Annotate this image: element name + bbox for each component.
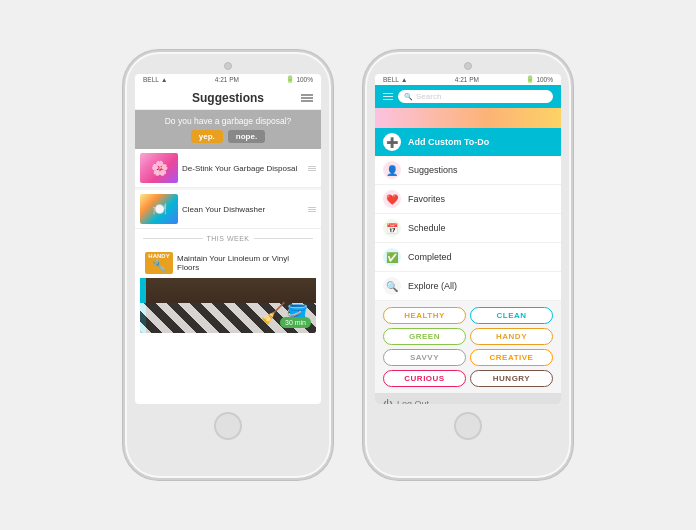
front-camera: [224, 62, 232, 70]
handy-task-top: HANDY 🔧 Maintain Your Linoleum or Vinyl …: [140, 248, 316, 278]
menu-icon-1[interactable]: [301, 94, 313, 102]
menu-item-favorites[interactable]: ❤️ Favorites: [375, 185, 561, 214]
battery-pct-1: 100%: [296, 76, 313, 83]
status-left-1: BELL ▲: [143, 76, 167, 83]
tag-curious[interactable]: CURIOUS: [383, 370, 466, 387]
add-label: Add Custom To-Do: [408, 137, 489, 147]
handy-badge: HANDY 🔧: [145, 252, 173, 274]
tag-hungry[interactable]: HUNGRY: [470, 370, 553, 387]
explore-icon: 🔍: [383, 277, 401, 295]
favorites-icon: ❤️: [383, 190, 401, 208]
divider-right: [254, 238, 314, 239]
search-placeholder: Search: [416, 92, 547, 101]
tags-grid: HEALTHY CLEAN GREEN HANDY SAVVY CREATIVE…: [375, 301, 561, 393]
question-section: Do you have a garbage disposal? yep. nop…: [135, 110, 321, 149]
task-thumb-dishes: 🍽️: [140, 194, 178, 224]
time-label-1: 4:21 PM: [215, 76, 239, 83]
screen1-title: Suggestions: [192, 91, 264, 105]
schedule-label: Schedule: [408, 223, 446, 233]
tag-healthy[interactable]: HEALTHY: [383, 307, 466, 324]
question-buttons: yep. nope.: [143, 130, 313, 143]
tag-clean[interactable]: CLEAN: [470, 307, 553, 324]
status-bar-2: BELL ▲ 4:21 PM 🔋 100%: [375, 74, 561, 85]
wifi-icon-1: ▲: [161, 76, 167, 83]
wifi-icon-2: ▲: [401, 76, 407, 83]
status-right-2: 🔋 100%: [526, 75, 553, 83]
battery-icon-2: 🔋: [526, 75, 534, 83]
question-text: Do you have a garbage disposal?: [143, 116, 313, 126]
battery-icon-1: 🔋: [286, 75, 294, 83]
tag-savvy[interactable]: SAVVY: [383, 349, 466, 366]
front-camera-2: [464, 62, 472, 70]
yep-button[interactable]: yep.: [191, 130, 223, 143]
nope-button[interactable]: nope.: [228, 130, 265, 143]
task-item-dishwasher[interactable]: 🍽️ Clean Your Dishwasher: [135, 190, 321, 229]
search-icon: 🔍: [404, 93, 413, 101]
carrier-label-2: BELL: [383, 76, 399, 83]
menu-item-completed[interactable]: ✅ Completed: [375, 243, 561, 272]
drag-handle-1: [308, 166, 316, 171]
task-label-garbage: De-Stink Your Garbage Disposal: [182, 164, 304, 173]
menu-item-suggestions[interactable]: 👤 Suggestions: [375, 156, 561, 185]
handy-task[interactable]: HANDY 🔧 Maintain Your Linoleum or Vinyl …: [140, 248, 316, 333]
home-button-1[interactable]: [214, 412, 242, 440]
explore-label: Explore (All): [408, 281, 457, 291]
this-week-divider: THIS WEEK: [135, 231, 321, 246]
phone-1-screen: BELL ▲ 4:21 PM 🔋 100% Suggestions Do you…: [135, 74, 321, 404]
tag-handy[interactable]: HANDY: [470, 328, 553, 345]
tag-green[interactable]: GREEN: [383, 328, 466, 345]
suggestions-label: Suggestions: [408, 165, 458, 175]
screen1-header: Suggestions: [135, 85, 321, 110]
task-label-dishwasher: Clean Your Dishwasher: [182, 205, 304, 214]
status-right-1: 🔋 100%: [286, 75, 313, 83]
carrier-label-1: BELL: [143, 76, 159, 83]
divider-left: [143, 238, 203, 239]
status-bar-1: BELL ▲ 4:21 PM 🔋 100%: [135, 74, 321, 85]
schedule-icon: 📅: [383, 219, 401, 237]
drag-handle-2: [308, 207, 316, 212]
menu-item-add[interactable]: ➕ Add Custom To-Do: [375, 128, 561, 156]
menu-item-schedule[interactable]: 📅 Schedule: [375, 214, 561, 243]
handy-task-image: 🧹 🪣 30 min: [140, 278, 316, 333]
search-bar[interactable]: 🔍 Search: [398, 90, 553, 103]
task-list: 🌸 De-Stink Your Garbage Disposal 🍽️ Clea…: [135, 149, 321, 229]
task-thumb-garbage: 🌸: [140, 153, 178, 183]
tag-creative[interactable]: CREATIVE: [470, 349, 553, 366]
suggestions-icon: 👤: [383, 161, 401, 179]
status-left-2: BELL ▲: [383, 76, 407, 83]
add-icon: ➕: [383, 133, 401, 151]
completed-icon: ✅: [383, 248, 401, 266]
menu-item-explore[interactable]: 🔍 Explore (All): [375, 272, 561, 301]
menu-icon-2[interactable]: [383, 93, 393, 101]
task-item-garbage[interactable]: 🌸 De-Stink Your Garbage Disposal: [135, 149, 321, 188]
logout-label: Log Out: [397, 399, 429, 404]
battery-pct-2: 100%: [536, 76, 553, 83]
time-label-2: 4:21 PM: [455, 76, 479, 83]
favorites-label: Favorites: [408, 194, 445, 204]
phone-2-screen: BELL ▲ 4:21 PM 🔋 100% 🔍 Search ➕ Add Cu: [375, 74, 561, 404]
this-week-label: THIS WEEK: [207, 235, 250, 242]
timer-badge: 30 min: [280, 317, 311, 328]
phone-1: BELL ▲ 4:21 PM 🔋 100% Suggestions Do you…: [123, 50, 333, 480]
screen2-header: 🔍 Search: [375, 85, 561, 108]
phone-2: BELL ▲ 4:21 PM 🔋 100% 🔍 Search ➕ Add Cu: [363, 50, 573, 480]
handy-task-label: Maintain Your Linoleum or Vinyl Floors: [177, 254, 311, 272]
bg-peek: [375, 108, 561, 128]
logout-bar[interactable]: ⏻ Log Out: [375, 393, 561, 404]
completed-label: Completed: [408, 252, 452, 262]
power-icon: ⏻: [383, 399, 392, 404]
home-button-2[interactable]: [454, 412, 482, 440]
